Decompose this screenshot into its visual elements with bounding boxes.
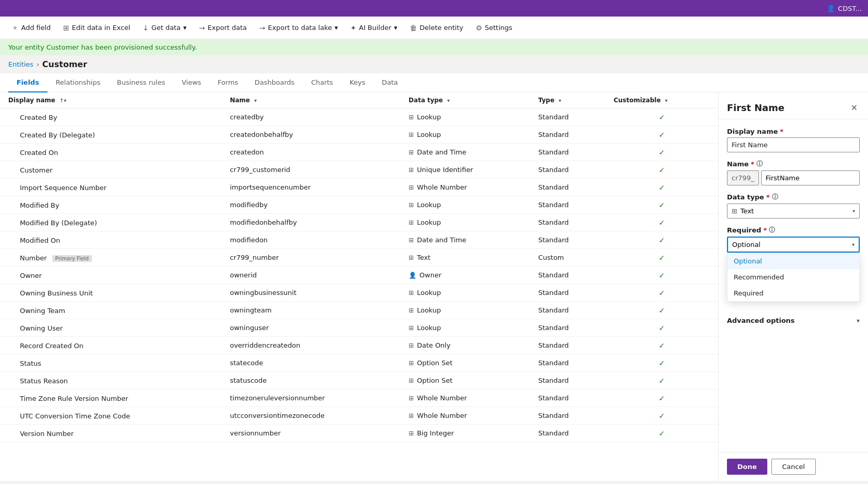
- tab-forms[interactable]: Forms: [209, 73, 246, 92]
- name-info-icon[interactable]: ⓘ: [756, 160, 763, 168]
- type-cell: Standard: [530, 161, 606, 179]
- table-row: ··· Modified By (Delegate)modifiedonbeha…: [0, 214, 718, 231]
- export-data-button[interactable]: → Export data: [194, 21, 252, 35]
- col-display-name[interactable]: Display name ↑▾: [0, 92, 222, 108]
- checkmark-icon: ✓: [659, 183, 665, 192]
- required-info-icon[interactable]: ⓘ: [769, 226, 775, 235]
- tab-dashboards[interactable]: Dashboards: [246, 73, 303, 92]
- col-type[interactable]: Type ▾: [530, 92, 606, 108]
- data-type-info-icon[interactable]: ⓘ: [772, 193, 778, 201]
- type-cell: Standard: [530, 389, 606, 407]
- data-type-icon: ⊞: [409, 131, 414, 138]
- option-recommended[interactable]: Recommended: [727, 269, 859, 285]
- table-row: ··· Version Numberversionnumber⊞Big Inte…: [0, 425, 718, 442]
- col-customizable[interactable]: Customizable ▾: [606, 92, 718, 108]
- name-cell: overriddencreatedon: [222, 337, 400, 354]
- panel-footer: Done Cancel: [719, 452, 868, 481]
- type-cell: Standard: [530, 337, 606, 354]
- tab-data[interactable]: Data: [374, 73, 406, 92]
- data-type-cell: ⊞Whole Number: [409, 183, 522, 191]
- data-type-required-star: *: [766, 193, 770, 201]
- data-type-label: Lookup: [417, 113, 441, 121]
- edit-excel-button[interactable]: ⊞ Edit data in Excel: [58, 21, 135, 35]
- ai-builder-button[interactable]: ✦ AI Builder ▾: [345, 21, 402, 35]
- tab-fields[interactable]: Fields: [8, 73, 48, 92]
- excel-icon: ⊞: [63, 24, 69, 32]
- checkmark-icon: ✓: [659, 113, 665, 121]
- breadcrumb-current: Customer: [42, 59, 87, 69]
- type-cell: Standard: [530, 179, 606, 196]
- data-type-icon: ⊞: [409, 114, 414, 121]
- required-label: Required * ⓘ: [727, 226, 860, 235]
- col-data-type[interactable]: Data type ▾: [400, 92, 530, 108]
- name-input[interactable]: [761, 170, 860, 185]
- chevron-down-icon2: ▾: [334, 24, 338, 32]
- data-type-label: Unique Identifier: [417, 166, 473, 174]
- name-cell: statuscode: [222, 372, 400, 389]
- data-type-icon: ⊞: [409, 377, 414, 384]
- username-label: CDST...: [838, 5, 862, 12]
- display-name-cell: Modified By: [20, 201, 59, 209]
- lake-icon: →: [259, 24, 266, 32]
- name-group: Name * ⓘ cr799_: [727, 160, 860, 185]
- checkmark-icon: ✓: [659, 254, 665, 262]
- display-name-label: Display name *: [727, 128, 860, 135]
- data-type-label: Lookup: [417, 218, 441, 226]
- tab-views[interactable]: Views: [174, 73, 210, 92]
- data-type-label: Date Only: [417, 341, 451, 349]
- get-data-button[interactable]: ↓ Get data ▾: [137, 21, 192, 35]
- display-name-cell: Created By (Delegate): [20, 131, 95, 139]
- checkmark-icon: ✓: [659, 359, 665, 367]
- breadcrumb-parent[interactable]: Entities: [8, 60, 34, 68]
- option-optional[interactable]: Optional: [727, 253, 859, 269]
- tab-relationships[interactable]: Relationships: [48, 73, 109, 92]
- data-type-icon: ⊞: [409, 289, 414, 296]
- data-type-label: Option Set: [417, 359, 453, 367]
- type-cell: Standard: [530, 372, 606, 389]
- display-name-cell: Time Zone Rule Version Number: [20, 395, 128, 402]
- display-name-cell: Status Reason: [20, 377, 68, 385]
- data-type-select[interactable]: ⊞ Text ▾: [727, 204, 860, 218]
- tab-charts[interactable]: Charts: [303, 73, 342, 92]
- display-name-cell: Created By: [20, 114, 57, 121]
- delete-entity-button[interactable]: 🗑 Delete entity: [405, 21, 469, 35]
- add-field-button[interactable]: ＋ Add field: [6, 21, 56, 35]
- tab-business-rules[interactable]: Business rules: [109, 73, 173, 92]
- data-type-value: ⊞ Text: [732, 207, 754, 215]
- option-required[interactable]: Required: [727, 285, 859, 301]
- display-name-cell: Modified On: [20, 237, 60, 244]
- data-type-cell: ⊞Option Set: [409, 359, 522, 367]
- name-cell: modifiedonbehalfby: [222, 214, 400, 231]
- cancel-button[interactable]: Cancel: [771, 459, 816, 475]
- tab-keys[interactable]: Keys: [342, 73, 374, 92]
- name-cell: modifiedon: [222, 231, 400, 249]
- close-panel-button[interactable]: ✕: [849, 101, 860, 115]
- required-group: Required * ⓘ Optional ▾ Optional Recomme…: [727, 226, 860, 253]
- display-name-input[interactable]: [727, 137, 860, 152]
- checkmark-icon: ✓: [659, 324, 665, 332]
- settings-button[interactable]: ⚙ Settings: [471, 21, 518, 35]
- data-type-label: Lookup: [417, 324, 441, 332]
- data-icon: ↓: [143, 24, 149, 32]
- data-type-cell: ⊞Date and Time: [409, 148, 522, 156]
- tabs-bar: Fields Relationships Business rules View…: [0, 73, 868, 92]
- col-name[interactable]: Name ▾: [222, 92, 400, 108]
- checkmark-icon: ✓: [659, 377, 665, 385]
- advanced-options-toggle[interactable]: Advanced options ▾: [727, 310, 860, 326]
- table-row: ··· Number Primary Fieldcr799_number⊞Tex…: [0, 249, 718, 267]
- data-type-icon: ⊞: [409, 201, 414, 209]
- display-name-cell: Import Sequence Number: [20, 184, 106, 192]
- data-type-label: Big Integer: [417, 429, 454, 437]
- required-star: *: [780, 128, 784, 135]
- type-cell: Standard: [530, 144, 606, 161]
- checkmark-icon: ✓: [659, 429, 665, 438]
- data-type-label: Option Set: [417, 377, 453, 384]
- table-row: ··· Owning Business Unitowningbusinessun…: [0, 284, 718, 302]
- data-type-cell: ⊞Lookup: [409, 131, 522, 138]
- done-button[interactable]: Done: [727, 459, 767, 475]
- export-lake-button[interactable]: → Export to data lake ▾: [254, 21, 343, 35]
- data-type-label: Whole Number: [417, 412, 467, 419]
- required-select-open[interactable]: Optional ▾: [727, 237, 860, 253]
- type-cell: Standard: [530, 231, 606, 249]
- chevron-down-icon: ▾: [853, 208, 855, 214]
